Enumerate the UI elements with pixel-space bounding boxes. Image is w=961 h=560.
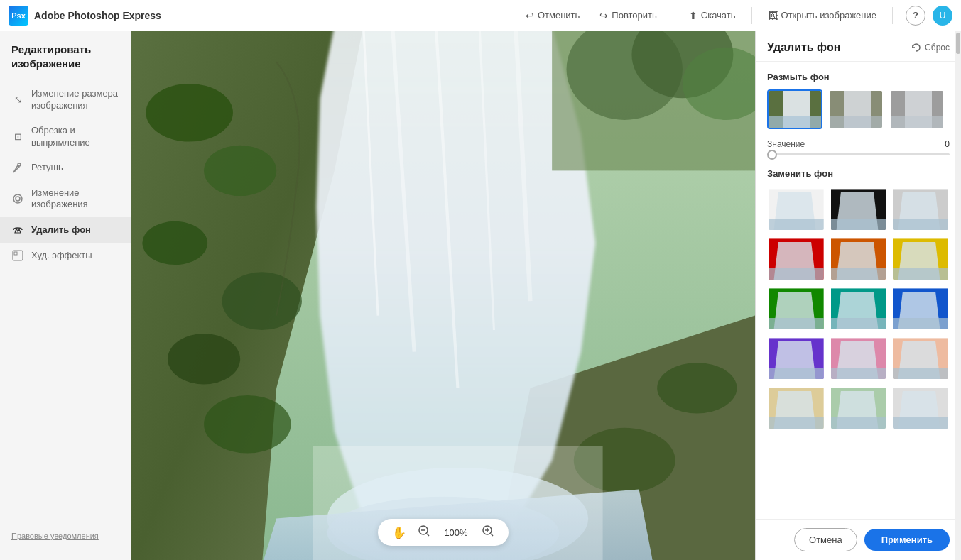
blur-options — [767, 89, 950, 129]
svg-line-28 — [427, 534, 429, 536]
svg-point-11 — [204, 395, 291, 454]
replace-bg-title: Заменить фон — [767, 168, 950, 179]
bg-thumb-lightgreen[interactable] — [830, 385, 888, 430]
sidebar-section-title: Редактироватьизображение — [0, 43, 131, 82]
reset-icon — [911, 43, 921, 53]
svg-rect-62 — [831, 318, 886, 331]
header-actions: ↩ Отменить ↪ Повторить ⬆ Скачать 🖼 Откры… — [517, 6, 952, 26]
svg-point-6 — [146, 84, 233, 142]
sidebar: Редактироватьизображение ⤡ Изменение раз… — [0, 31, 131, 560]
svg-point-8 — [142, 221, 207, 265]
svg-rect-72 — [769, 417, 824, 430]
svg-point-9 — [222, 272, 302, 330]
art-effects-icon — [11, 249, 24, 262]
bg-thumb-cream[interactable] — [767, 385, 825, 430]
global-scrollbar[interactable] — [955, 31, 961, 560]
scrollbar-thumb — [956, 33, 960, 54]
pan-tool-button[interactable]: ✋ — [392, 526, 406, 539]
slider-thumb[interactable] — [767, 150, 777, 160]
value-number: 0 — [945, 139, 950, 149]
canvas-area: ✋ 100% — [131, 31, 755, 560]
svg-rect-58 — [893, 268, 948, 281]
bg-thumb-transparent[interactable] — [767, 186, 825, 231]
value-label: Значение — [767, 139, 805, 149]
pan-icon: ✋ — [392, 526, 406, 539]
help-button[interactable]: ? — [906, 6, 925, 26]
user-avatar[interactable]: U — [933, 6, 952, 26]
sidebar-item-remove-bg[interactable]: Удалить фон — [0, 217, 131, 243]
sidebar-item-adjust-label: Изменение изображения — [31, 187, 119, 212]
legal-notices-link[interactable]: Правовые уведомления — [0, 523, 131, 549]
svg-point-0 — [18, 163, 21, 166]
open-image-button[interactable]: 🖼 Открыть изображение — [759, 6, 885, 26]
sidebar-item-retouch[interactable]: Ретушь — [0, 155, 131, 181]
sidebar-item-retouch-label: Ретушь — [31, 162, 63, 174]
bg-thumb-green[interactable] — [767, 285, 825, 331]
svg-point-1 — [13, 194, 22, 203]
blur-option-1[interactable] — [767, 89, 822, 129]
apply-button[interactable]: Применить — [864, 529, 950, 551]
canvas-image — [131, 31, 755, 560]
bg-thumb-pink[interactable] — [830, 335, 888, 380]
svg-rect-70 — [893, 368, 948, 380]
zoom-bar: ✋ 100% — [378, 519, 509, 546]
download-button[interactable]: ⬆ Скачать — [680, 6, 744, 26]
undo-icon: ↩ — [526, 10, 534, 21]
reset-button[interactable]: Сброс — [911, 43, 950, 53]
adjust-icon — [11, 192, 24, 205]
download-icon: ⬆ — [689, 10, 697, 21]
zoom-in-icon — [482, 525, 494, 540]
svg-point-10 — [168, 334, 240, 384]
svg-point-2 — [16, 197, 20, 201]
header: Psx Adobe Photoshop Express ↩ Отменить ↪… — [0, 0, 961, 31]
svg-rect-60 — [769, 318, 824, 331]
svg-rect-48 — [769, 219, 824, 231]
right-panel-content: Размыть фон — [756, 62, 961, 519]
value-row: Значение 0 — [767, 139, 950, 149]
bg-thumb-purple[interactable] — [767, 335, 825, 380]
header-divider-2 — [751, 7, 752, 24]
svg-rect-74 — [831, 417, 886, 430]
svg-rect-4 — [14, 252, 17, 255]
zoom-in-button[interactable] — [482, 525, 494, 540]
svg-point-13 — [657, 363, 737, 413]
svg-rect-64 — [893, 318, 948, 331]
right-panel-title: Удалить фон — [767, 41, 840, 54]
svg-rect-35 — [769, 116, 822, 129]
sidebar-item-art-effects[interactable]: Худ. эффекты — [0, 243, 131, 268]
redo-button[interactable]: ↪ Повторить — [591, 6, 665, 26]
svg-rect-66 — [769, 368, 824, 380]
app-logo: Psx Adobe Photoshop Express — [9, 6, 161, 26]
bg-thumb-gray[interactable] — [891, 186, 950, 231]
slider-track — [767, 153, 950, 155]
bg-thumb-teal[interactable] — [830, 285, 888, 331]
zoom-out-button[interactable] — [418, 525, 430, 540]
bg-thumb-lightgray2[interactable] — [891, 385, 950, 430]
undo-button[interactable]: ↩ Отменить — [517, 6, 588, 26]
logo-icon: Psx — [9, 6, 28, 26]
bg-thumb-red[interactable] — [767, 236, 825, 281]
bg-thumb-yellow[interactable] — [891, 236, 950, 281]
svg-rect-52 — [893, 219, 948, 231]
svg-point-7 — [204, 146, 276, 196]
slider-container — [767, 153, 950, 155]
blur-option-2[interactable] — [828, 89, 884, 129]
svg-rect-56 — [831, 268, 886, 281]
sidebar-item-adjust[interactable]: Изменение изображения — [0, 181, 131, 218]
svg-rect-43 — [891, 91, 945, 129]
sidebar-item-crop-label: Обрезка и выпрямление — [31, 125, 119, 149]
cancel-button[interactable]: Отмена — [794, 528, 857, 551]
sidebar-item-remove-bg-label: Удалить фон — [31, 224, 91, 236]
sidebar-item-resize[interactable]: ⤡ Изменение размера изображения — [0, 82, 131, 119]
sidebar-item-resize-label: Изменение размера изображения — [31, 88, 119, 112]
bg-thumb-orange[interactable] — [830, 236, 888, 281]
redo-icon: ↪ — [599, 10, 608, 21]
sidebar-item-crop[interactable]: ⊡ Обрезка и выпрямление — [0, 119, 131, 155]
bg-thumb-peach[interactable] — [891, 335, 950, 380]
right-panel-footer: Отмена Применить — [756, 519, 961, 560]
bg-thumb-blue[interactable] — [891, 285, 950, 331]
blur-option-3[interactable] — [889, 89, 945, 129]
svg-line-32 — [491, 534, 493, 536]
bg-thumb-black[interactable] — [830, 186, 888, 231]
bg-grid — [767, 186, 950, 430]
